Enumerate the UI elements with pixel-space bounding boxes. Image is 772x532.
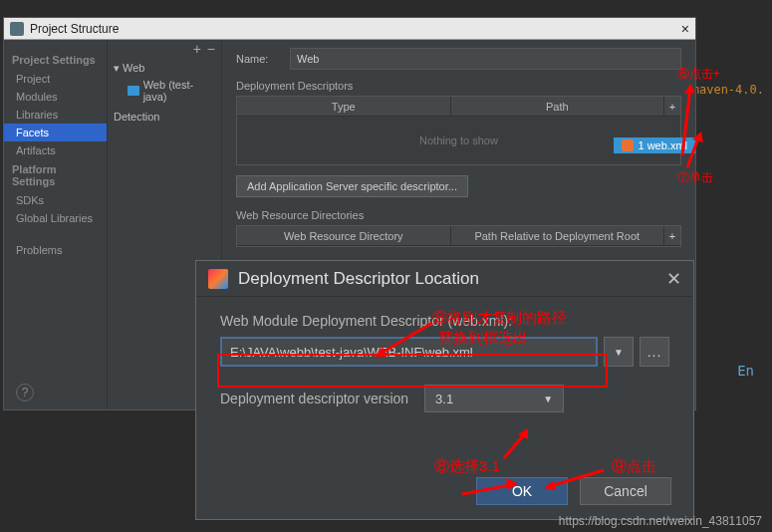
cancel-button[interactable]: Cancel: [580, 477, 671, 505]
wrd-table: Web Resource Directory Path Relative to …: [236, 225, 681, 247]
sidebar-item-problems[interactable]: Problems: [4, 241, 107, 259]
app-icon: [10, 22, 24, 36]
tree-toolbar: + −: [108, 40, 221, 58]
dd-table: Type Path + Nothing to show: [236, 96, 681, 165]
web-facet-icon: [128, 86, 139, 96]
xml-file-icon: [622, 139, 634, 151]
sidebar-item-facets[interactable]: Facets: [4, 124, 107, 141]
sidebar-item-modules[interactable]: Modules: [4, 88, 107, 106]
sidebar-item-project[interactable]: Project: [4, 70, 107, 88]
webxml-popup-label: 1 web.xml: [638, 139, 687, 151]
dd-col-path: Path: [451, 97, 665, 116]
intellij-icon: [208, 269, 228, 289]
add-server-descriptor-button[interactable]: Add Application Server specific descript…: [236, 175, 468, 197]
tree-item-web-label: Web: [123, 62, 144, 74]
path-history-dropdown[interactable]: ▼: [604, 337, 634, 367]
wrd-add-button[interactable]: +: [664, 226, 680, 245]
tree-item-web[interactable]: ▾ Web: [112, 60, 217, 77]
dd-col-type: Type: [237, 97, 451, 116]
help-button[interactable]: ?: [16, 384, 34, 401]
sidebar-heading-project: Project Settings: [4, 50, 107, 70]
sidebar-item-artifacts[interactable]: Artifacts: [4, 141, 107, 159]
deployment-descriptor-dialog: Deployment Descriptor Location ✕ Web Mod…: [195, 260, 694, 520]
settings-sidebar: Project Settings Project Modules Librari…: [4, 40, 108, 409]
watermark: https://blog.csdn.net/weixin_43811057: [559, 514, 762, 528]
window-title-bar: Project Structure ×: [4, 18, 695, 40]
dd-add-button[interactable]: +: [664, 97, 680, 116]
bg-lang-text: En: [737, 363, 754, 379]
sidebar-item-global-libraries[interactable]: Global Libraries: [4, 209, 107, 227]
dialog-close-button[interactable]: ✕: [666, 268, 681, 290]
name-label: Name:: [236, 53, 280, 65]
tree-item-detection[interactable]: Detection: [112, 109, 217, 125]
wrd-col-dir: Web Resource Directory: [237, 226, 451, 245]
wrd-section-label: Web Resource Directories: [236, 209, 681, 221]
chevron-down-icon: ▼: [543, 394, 553, 404]
browse-button[interactable]: ...: [640, 337, 669, 367]
window-title: Project Structure: [30, 22, 119, 36]
facet-name-input[interactable]: [290, 48, 681, 70]
version-value: 3.1: [435, 392, 453, 406]
sidebar-heading-platform: Platform Settings: [4, 159, 107, 191]
ok-button[interactable]: OK: [476, 477, 568, 505]
webxml-path-input[interactable]: [220, 337, 598, 367]
version-select[interactable]: 3.1 ▼: [424, 385, 564, 412]
webxml-popup-item[interactable]: 1 web.xml: [614, 137, 695, 153]
tree-item-web-module[interactable]: Web (test-java): [112, 77, 217, 105]
version-label: Deployment descriptor version: [220, 391, 408, 406]
sidebar-item-sdks[interactable]: SDKs: [4, 191, 107, 209]
tree-add-icon[interactable]: +: [193, 41, 201, 57]
dialog-title-bar: Deployment Descriptor Location ✕: [196, 261, 693, 297]
wrd-col-root: Path Relative to Deployment Root: [451, 226, 665, 245]
tree-item-web-module-label: Web (test-java): [143, 79, 215, 103]
dialog-title: Deployment Descriptor Location: [238, 269, 656, 289]
dd-section-label: Deployment Descriptors: [236, 80, 681, 92]
window-close-button[interactable]: ×: [681, 21, 689, 37]
webxml-path-label: Web Module Deployment Descriptor (web.xm…: [220, 313, 669, 329]
tree-remove-icon[interactable]: −: [207, 41, 215, 57]
sidebar-item-libraries[interactable]: Libraries: [4, 106, 107, 124]
